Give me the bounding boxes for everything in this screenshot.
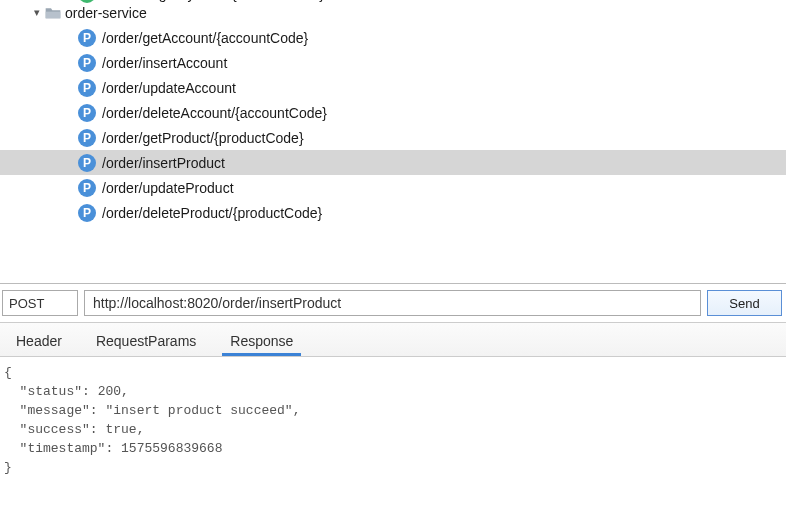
http-post-icon: P [78, 29, 96, 47]
request-bar: POST Send [0, 284, 786, 323]
tree-item-endpoint[interactable]: P/order/deleteAccount/{accountCode} [0, 100, 786, 125]
endpoint-label: /order/insertProduct [102, 155, 225, 171]
tree-item-endpoint[interactable]: P/order/updateProduct [0, 175, 786, 200]
tree-item-endpoint[interactable]: P/order/insertProduct [0, 150, 786, 175]
endpoint-label: /order/getProduct/{productCode} [102, 130, 304, 146]
tab-request-params[interactable]: RequestParams [88, 325, 204, 356]
http-post-icon: P [78, 179, 96, 197]
tree-item-endpoint[interactable]: P/order/getAccount/{accountCode} [0, 25, 786, 50]
tree-folder-order-service[interactable]: ▾ order-service [0, 0, 786, 25]
endpoint-label: /order/updateProduct [102, 180, 234, 196]
chevron-down-icon: ▾ [30, 6, 44, 19]
endpoint-label: /order/updateAccount [102, 80, 236, 96]
folder-icon [45, 6, 61, 20]
tab-header[interactable]: Header [8, 325, 70, 356]
http-post-icon: P [78, 104, 96, 122]
http-method-select[interactable]: POST [2, 290, 78, 316]
send-button[interactable]: Send [707, 290, 782, 316]
endpoint-label: /order/deleteProduct/{productCode} [102, 205, 322, 221]
endpoint-label: /order/deleteAccount/{accountCode} [102, 105, 327, 121]
http-post-icon: P [78, 204, 96, 222]
endpoint-label: /account/getByCode/{accountCode} [102, 0, 324, 2]
tab-response[interactable]: Response [222, 325, 301, 356]
tree-item-endpoint[interactable]: P/order/getProduct/{productCode} [0, 125, 786, 150]
folder-label: order-service [65, 5, 147, 21]
http-post-icon: P [78, 154, 96, 172]
http-post-icon: P [78, 54, 96, 72]
tree-item-endpoint[interactable]: P/order/deleteProduct/{productCode} [0, 200, 786, 225]
endpoint-label: /order/insertAccount [102, 55, 227, 71]
tree-item-endpoint[interactable]: P/order/insertAccount [0, 50, 786, 75]
response-body: { "status": 200, "message": "insert prod… [0, 357, 786, 483]
http-post-icon: P [78, 79, 96, 97]
endpoint-tree: G /account/getByCode/{accountCode} ▾ ord… [0, 0, 786, 284]
http-post-icon: P [78, 129, 96, 147]
url-input[interactable] [84, 290, 701, 316]
response-tabs: Header RequestParams Response [0, 323, 786, 357]
http-method-value: POST [9, 296, 44, 311]
tree-item-endpoint[interactable]: P/order/updateAccount [0, 75, 786, 100]
endpoint-label: /order/getAccount/{accountCode} [102, 30, 308, 46]
